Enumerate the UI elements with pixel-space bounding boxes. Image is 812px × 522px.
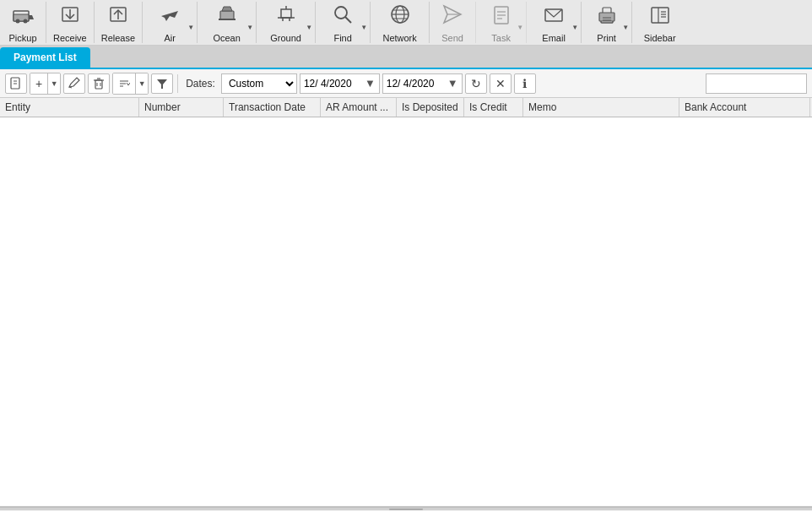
toolbar-air[interactable]: Air ▼ (143, 2, 198, 43)
receive-icon (58, 3, 82, 31)
release-icon (106, 3, 130, 31)
col-header-bank[interactable]: Bank Account (679, 98, 810, 117)
tab-payment-list[interactable]: Payment List (0, 47, 90, 68)
task-label: Task (491, 33, 511, 43)
date-to-calendar[interactable]: ▼ (447, 77, 458, 90)
svg-line-41 (69, 87, 72, 88)
toolbar-send[interactable]: Send (430, 2, 476, 43)
toolbar-sidebar[interactable]: Sidebar (632, 2, 687, 43)
receive-label: Receive (53, 33, 87, 43)
svg-rect-33 (652, 8, 669, 23)
sidebar-label: Sidebar (644, 33, 676, 43)
toolbar-ocean[interactable]: Ocean ▼ (198, 2, 257, 43)
bottom-panel (0, 510, 812, 522)
svg-point-15 (335, 7, 347, 19)
sidebar-icon (648, 3, 672, 31)
date-to-group: ▼ (382, 73, 463, 94)
toolbar-pickup[interactable]: Pickup (0, 2, 46, 43)
print-icon (595, 3, 619, 31)
toolbar-find[interactable]: Find ▼ (316, 2, 371, 43)
clear-button[interactable]: ✕ (490, 73, 512, 94)
svg-rect-10 (281, 9, 291, 18)
network-icon (388, 3, 412, 31)
air-label: Air (164, 33, 175, 43)
refresh-button[interactable]: ↻ (465, 73, 487, 94)
network-label: Network (382, 33, 416, 43)
task-icon (490, 3, 513, 31)
find-label: Find (333, 33, 351, 43)
svg-line-16 (345, 17, 351, 23)
search-input[interactable] (706, 73, 807, 94)
print-dropdown-arrow: ▼ (622, 24, 629, 31)
toolbar-receive[interactable]: Receive (46, 2, 95, 43)
ocean-label: Ocean (213, 33, 240, 43)
pickup-label: Pickup (8, 33, 36, 43)
ground-label: Ground (270, 33, 301, 43)
date-from-group: ▼ (300, 73, 380, 94)
sort-dropdown-arrow[interactable]: ▼ (136, 73, 148, 94)
task-dropdown-arrow: ▼ (517, 24, 523, 31)
air-icon (158, 3, 181, 31)
sort-button-group[interactable]: ▼ (112, 73, 149, 95)
send-label: Send (441, 33, 463, 43)
release-label: Release (101, 33, 135, 43)
find-icon (331, 3, 355, 31)
svg-point-3 (24, 19, 28, 23)
col-header-txdate[interactable]: Transaction Date (224, 98, 321, 117)
date-preset-select[interactable]: Custom Today This Week This Month Last M… (221, 73, 297, 94)
send-icon (441, 3, 464, 31)
toolbar-print[interactable]: Print ▼ (582, 2, 632, 43)
email-label: Email (542, 33, 566, 43)
print-label: Print (597, 33, 616, 43)
grid-container: Entity Number Transaction Date AR Amount… (0, 98, 812, 507)
delete-button[interactable] (88, 73, 110, 94)
email-icon (542, 3, 566, 31)
toolbar-release[interactable]: Release (95, 2, 143, 43)
split-handle-grip (389, 508, 423, 510)
pickup-icon (11, 3, 35, 31)
info-button[interactable]: ℹ (514, 73, 536, 94)
svg-rect-8 (220, 11, 234, 19)
toolbar-network[interactable]: Network (371, 2, 430, 43)
ground-dropdown-arrow: ▼ (306, 24, 312, 31)
svg-point-2 (16, 19, 20, 23)
col-header-entity[interactable]: Entity (0, 98, 139, 117)
main-toolbar: Pickup Receive Release Air (0, 0, 812, 46)
svg-rect-42 (95, 80, 102, 89)
edit-button[interactable] (63, 73, 85, 94)
ocean-dropdown-arrow: ▼ (246, 24, 253, 31)
sort-button[interactable] (113, 73, 136, 94)
toolbar-ground[interactable]: Ground ▼ (257, 2, 316, 43)
separator-1 (177, 74, 178, 93)
add-button[interactable]: + (30, 73, 48, 94)
toolbar-email[interactable]: Email ▼ (527, 2, 582, 43)
new-button[interactable] (5, 73, 27, 94)
date-from-input[interactable] (304, 78, 363, 90)
find-dropdown-arrow: ▼ (360, 24, 367, 31)
dates-label: Dates: (186, 78, 215, 90)
toolbar-task[interactable]: Task ▼ (476, 2, 527, 43)
filter-button[interactable] (151, 73, 173, 94)
add-button-group[interactable]: + ▼ (30, 73, 61, 95)
col-header-deposited[interactable]: Is Deposited (397, 98, 464, 117)
col-header-memo[interactable]: Memo (523, 98, 679, 117)
email-dropdown-arrow: ▼ (571, 24, 578, 31)
svg-marker-50 (157, 79, 167, 89)
add-dropdown-arrow[interactable]: ▼ (48, 73, 60, 94)
tab-bar: Payment List (0, 46, 812, 69)
ocean-icon (215, 3, 239, 31)
col-header-amount[interactable]: AR Amount ... (321, 98, 397, 117)
air-dropdown-arrow: ▼ (187, 24, 194, 31)
date-to-input[interactable] (387, 78, 446, 90)
col-header-number[interactable]: Number (139, 98, 224, 117)
grid-header: Entity Number Transaction Date AR Amount… (0, 98, 812, 117)
col-header-credit[interactable]: Is Credit (464, 98, 523, 117)
ground-icon (274, 3, 298, 31)
date-from-calendar[interactable]: ▼ (365, 77, 376, 90)
action-bar: + ▼ ▼ (0, 69, 812, 98)
